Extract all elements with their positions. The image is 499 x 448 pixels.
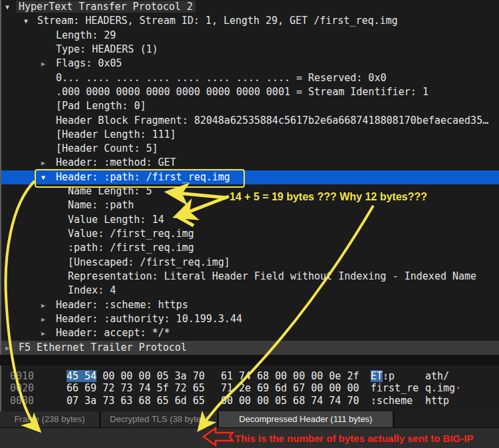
hex-bytes-group1[interactable]: 66 69 72 73 74 5f 72 65 [67, 382, 205, 394]
tree-row-label: [Unescaped: /first_req.img] [68, 256, 230, 268]
ascii-selected-chars: ET [371, 370, 383, 382]
hex-bytes-group1[interactable]: 07 3a 73 63 68 65 6d 65 [67, 395, 205, 407]
tree-row[interactable]: ▼Header: :path: /first_req.img [1, 170, 499, 184]
tree-row-label: Name Length: 5 [68, 185, 152, 197]
ascii-group1[interactable]: ET····:p [371, 370, 395, 382]
hex-offset: 0030 [10, 395, 34, 407]
tree-row[interactable]: [Unescaped: /first_req.img] [1, 256, 499, 270]
tree-row-label: .000 0000 0000 0000 0000 0000 0000 0001 … [56, 86, 428, 98]
tree-row-label: [Header Length: 111] [56, 128, 176, 140]
collapse-icon[interactable]: ▼ [5, 0, 9, 14]
tree-row[interactable]: Value Length: 14 [1, 213, 499, 227]
tree-row-label: 0... .... .... .... .... .... .... .... … [56, 72, 387, 84]
tree-row[interactable]: :path: /first_req.img [1, 241, 499, 255]
tree-row-label: Name: :path [68, 199, 134, 211]
hex-bytes-group2[interactable]: 71 2e 69 6d 67 00 00 00 [221, 382, 359, 394]
byte-view-tab-bar: Frame (238 bytes)Decrypted TLS (38 bytes… [0, 411, 499, 427]
tree-row-label: Index: 4 [68, 284, 116, 296]
tree-row-label: Header: accept: */* [56, 327, 170, 339]
hex-bytes-group2[interactable]: 00 00 00 05 68 74 74 70 [221, 395, 359, 407]
tree-row-label: F5 Ethernet Trailer Protocol [19, 341, 187, 353]
tree-row[interactable]: Representation: Literal Header Field wit… [1, 270, 499, 284]
tree-row-label: Header: :authority: 10.199.3.44 [56, 313, 242, 325]
tab-bar-filler [395, 411, 499, 427]
hex-bytes-group2[interactable]: 61 74 68 00 00 00 0e 2f [221, 370, 359, 382]
tree-row-label: Stream: HEADERS, Stream ID: 1, Length 29… [37, 15, 398, 27]
tree-row[interactable]: ▶F5 Ethernet Trailer Protocol [1, 341, 499, 355]
tree-row[interactable]: [Pad Length: 0] [1, 99, 499, 113]
hex-row[interactable]: 001045 54 00 00 00 05 3a 7061 74 68 00 0… [1, 370, 499, 382]
tree-row-label: Type: HEADERS (1) [56, 43, 158, 55]
tree-row[interactable]: ▶Header: accept: */* [1, 326, 499, 340]
collapse-icon[interactable]: ▼ [41, 170, 45, 184]
hex-offset: 0010 [10, 370, 34, 382]
tree-row[interactable]: 0... .... .... .... .... .... .... .... … [1, 71, 499, 85]
tree-row[interactable]: Header Block Fragment: 82048a62535884c56… [1, 114, 499, 128]
pane-splitter[interactable] [0, 355, 499, 365]
tree-row-label: :path: /first_req.img [68, 242, 194, 254]
hex-row[interactable]: 003007 3a 73 63 68 65 6d 6500 00 00 05 6… [1, 395, 499, 407]
expand-icon[interactable]: ▶ [5, 341, 9, 355]
ascii-group1[interactable]: ·:scheme [371, 395, 413, 407]
hex-row[interactable]: 002066 69 72 73 74 5f 72 6571 2e 69 6d 6… [1, 382, 499, 394]
expand-icon[interactable]: ▶ [41, 326, 45, 340]
collapse-icon[interactable]: ▼ [24, 14, 28, 28]
byte-view-tab[interactable]: Decompressed Header (111 bytes) [219, 411, 393, 427]
hex-dump-pane: 001045 54 00 00 00 05 3a 7061 74 68 00 0… [0, 365, 499, 411]
tree-row[interactable]: ▶Header: :scheme: https [1, 298, 499, 312]
ascii-group2[interactable]: q.img··· [425, 382, 455, 394]
annotation-calc-note: 14 + 5 = 19 bytes ??? Why 12 bytes??? [230, 191, 427, 203]
ascii-group2[interactable]: ath····/ [425, 370, 449, 382]
expand-icon[interactable]: ▶ [41, 156, 45, 170]
tree-row-label: [Header Count: 5] [56, 142, 158, 154]
tree-row-label: Representation: Literal Header Field wit… [68, 270, 476, 282]
tree-row-label: Header Block Fragment: 82048a62535884c56… [56, 114, 488, 126]
expand-icon[interactable]: ▶ [41, 298, 45, 312]
tree-row[interactable]: ▼Stream: HEADERS, Stream ID: 1, Length 2… [1, 14, 499, 28]
expand-icon[interactable]: ▶ [41, 312, 45, 326]
ascii-group1[interactable]: first_re [371, 382, 418, 394]
tree-row[interactable]: Index: 4 [1, 284, 499, 298]
tree-row[interactable]: [Header Count: 5] [1, 142, 499, 156]
tree-row[interactable]: Value: /first_req.img [1, 227, 499, 241]
wireshark-packet-detail-window: ▼HyperText Transfer Protocol 2▼Stream: H… [0, 0, 499, 448]
tree-row[interactable]: Type: HEADERS (1) [1, 43, 499, 57]
hex-selected-bytes: 45 54 [67, 370, 96, 382]
tree-row-label: Length: 29 [56, 29, 116, 41]
tree-row-label: Value Length: 14 [68, 214, 164, 226]
tree-row-label: Header: :path: /first_req.img [56, 171, 230, 183]
ascii-group2[interactable]: ····http [425, 395, 449, 407]
packet-detail-tree: ▼HyperText Transfer Protocol 2▼Stream: H… [0, 0, 499, 355]
tree-row[interactable]: ▼HyperText Transfer Protocol 2 [1, 0, 499, 14]
tree-row[interactable]: [Header Length: 111] [1, 128, 499, 142]
hex-offset: 0020 [10, 382, 34, 394]
byte-view-tab[interactable]: Decrypted TLS (38 bytes) [101, 411, 217, 427]
tree-row[interactable]: .000 0000 0000 0000 0000 0000 0000 0001 … [1, 85, 499, 99]
tree-row-label: [Pad Length: 0] [56, 100, 146, 112]
annotation-bigip-note: This is the number of bytes actually sen… [235, 433, 473, 444]
tree-row-label: HyperText Transfer Protocol 2 [16, 1, 196, 13]
tree-row[interactable]: Length: 29 [1, 29, 499, 43]
tree-row-label: Header: :method: GET [56, 156, 176, 168]
tree-row-label: Header: :scheme: https [56, 299, 188, 311]
hex-bytes-group1[interactable]: 45 54 00 00 00 05 3a 70 [67, 370, 205, 382]
tree-row-label: Flags: 0x05 [56, 57, 122, 69]
expand-icon[interactable]: ▶ [41, 57, 45, 71]
tree-row[interactable]: ▶Flags: 0x05 [1, 57, 499, 71]
tree-row-label: Value: /first_req.img [68, 228, 194, 240]
tree-row[interactable]: ▶Header: :method: GET [1, 156, 499, 170]
byte-view-tab[interactable]: Frame (238 bytes) [0, 411, 99, 427]
tree-row[interactable]: ▶Header: :authority: 10.199.3.44 [1, 312, 499, 326]
